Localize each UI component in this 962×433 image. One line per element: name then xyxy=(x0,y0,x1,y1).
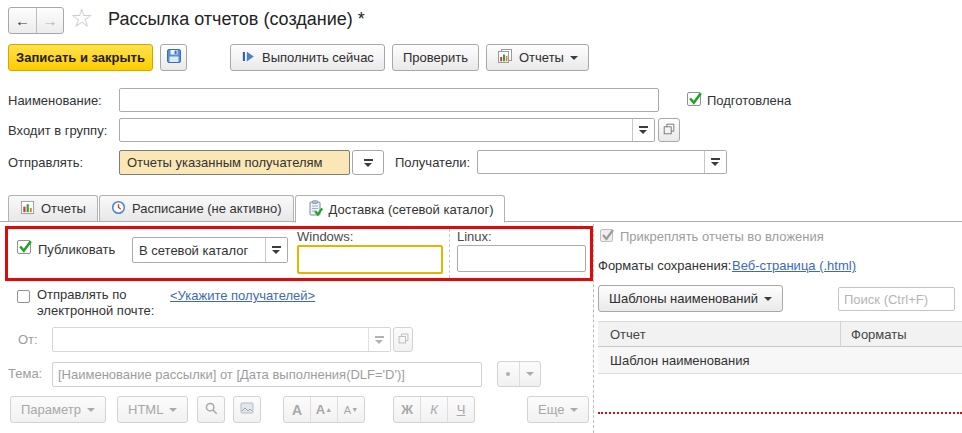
save-formats-link[interactable]: Веб-страница (.html) xyxy=(732,258,856,273)
page-title: Рассылка отчетов (создание) * xyxy=(108,9,365,30)
dropdown-arrow-icon xyxy=(639,126,648,134)
send-label: Отправлять: xyxy=(8,155,83,170)
check-icon xyxy=(600,227,616,243)
red-dotted-annotation xyxy=(598,412,962,414)
execute-icon xyxy=(241,49,256,67)
windows-path-label: Windows: xyxy=(297,229,353,244)
attach-reports-label: Прикреплять отчеты во вложения xyxy=(620,229,824,244)
favorite-star-icon[interactable]: ☆ xyxy=(70,3,93,34)
subject-input xyxy=(52,362,482,387)
tab-schedule[interactable]: Расписание (не активно) xyxy=(99,195,294,221)
subject-parameter-split-button xyxy=(497,361,541,387)
clock-icon xyxy=(111,200,126,218)
execute-now-button[interactable]: Выполнить сейчас xyxy=(230,44,385,71)
template-row-label: Шаблон наименования xyxy=(598,353,840,368)
group-label: Входит в группу: xyxy=(8,123,107,138)
history-nav-group: ← → xyxy=(8,7,64,34)
html-mode-button: HTML xyxy=(117,396,188,423)
tab-reports[interactable]: Отчеты xyxy=(8,195,98,221)
font-button: А xyxy=(284,397,310,422)
send-mode-dropdown-button[interactable] xyxy=(352,150,384,175)
preview-button xyxy=(197,396,225,423)
forward-arrow-icon: → xyxy=(43,12,58,29)
from-combo xyxy=(52,327,391,352)
attach-reports-checkbox xyxy=(600,229,613,242)
send-by-email-label: Отправлять по электронной почте: xyxy=(37,287,167,319)
linux-path-label: Linux: xyxy=(457,229,492,244)
font-size-group: А А▲ А▼ xyxy=(283,396,365,423)
save-formats-label: Форматы сохранения: xyxy=(598,258,731,273)
group-open-button[interactable] xyxy=(658,118,680,142)
publish-mode-combo[interactable]: В сетевой каталог xyxy=(132,237,288,263)
clipboard-check-icon xyxy=(307,200,323,219)
dropdown-arrow-icon xyxy=(375,336,384,344)
report-distribution-window: ← → ☆ Рассылка отчетов (создание) * Запи… xyxy=(0,0,962,433)
subject-label: Тема: xyxy=(8,366,42,381)
dropdown-arrow-icon xyxy=(272,246,281,254)
group-dropdown-button[interactable] xyxy=(632,119,654,141)
italic-button: К xyxy=(420,397,447,422)
from-dropdown-button xyxy=(368,328,390,351)
chevron-down-icon xyxy=(764,297,772,301)
column-header-report[interactable]: Отчет xyxy=(598,327,840,342)
publish-label: Публиковать xyxy=(38,242,115,257)
column-header-formats[interactable]: Форматы xyxy=(840,322,962,346)
chevron-down-icon xyxy=(570,56,578,60)
send-mode-combo[interactable]: Отчеты указанным получателям xyxy=(119,150,350,175)
table-row[interactable]: Шаблон наименования xyxy=(598,347,962,374)
check-icon xyxy=(17,238,34,255)
chevron-down-icon xyxy=(87,408,95,412)
save-button[interactable] xyxy=(160,44,187,71)
name-templates-button[interactable]: Шаблоны наименований xyxy=(598,285,783,312)
send-by-email-checkbox[interactable] xyxy=(17,290,30,303)
check-button[interactable]: Проверить xyxy=(392,44,479,71)
dot-icon xyxy=(498,362,519,386)
back-arrow-icon: ← xyxy=(15,12,30,29)
chevron-down-icon xyxy=(570,408,578,412)
text-style-group: Ж К Ч xyxy=(393,396,475,423)
publish-checkbox[interactable] xyxy=(17,240,31,254)
check-icon xyxy=(687,90,704,107)
insert-image-button xyxy=(233,396,261,423)
forward-button[interactable]: → xyxy=(37,8,63,33)
specify-recipients-link[interactable]: <Укажите получателей> xyxy=(170,288,315,303)
save-icon xyxy=(166,48,182,67)
dropdown-arrow-icon xyxy=(364,159,373,167)
parameter-button: Параметр xyxy=(10,396,106,423)
dropdown-arrow-icon xyxy=(711,158,720,166)
bar-chart-icon xyxy=(20,200,35,218)
publish-mode-dropdown-button[interactable] xyxy=(265,238,287,262)
delivery-section-divider xyxy=(449,229,450,278)
from-open-button xyxy=(393,327,413,352)
reports-menu-button[interactable]: Отчеты xyxy=(486,44,589,71)
linux-path-input[interactable] xyxy=(457,245,586,272)
back-button[interactable]: ← xyxy=(9,8,37,33)
recipients-combo[interactable] xyxy=(477,150,727,174)
panel-splitter[interactable] xyxy=(593,224,594,433)
windows-path-input[interactable] xyxy=(297,245,443,274)
search-input[interactable] xyxy=(838,287,955,311)
prepared-label: Подготовлена xyxy=(707,93,791,108)
chevron-down-icon xyxy=(169,408,177,412)
name-label: Наименование: xyxy=(8,93,102,108)
table-header: Отчет Форматы xyxy=(598,321,962,347)
tab-delivery[interactable]: Доставка (сетевой каталог) xyxy=(295,195,506,223)
prepared-checkbox[interactable] xyxy=(687,92,701,106)
save-and-close-button[interactable]: Записать и закрыть xyxy=(8,44,153,71)
magnifier-icon xyxy=(204,401,219,419)
open-list-icon xyxy=(397,332,410,348)
reports-icon xyxy=(497,48,513,67)
underline-button: Ч xyxy=(447,397,474,422)
tabstrip: Отчеты Расписание (не активно) Доставка … xyxy=(8,195,506,223)
recipients-label: Получатели: xyxy=(395,155,470,170)
font-decrease-button: А▼ xyxy=(337,397,364,422)
font-increase-button: А▲ xyxy=(310,397,337,422)
from-label: От: xyxy=(18,332,38,347)
more-button: Еще xyxy=(527,396,589,423)
bold-button: Ж xyxy=(394,397,420,422)
recipients-dropdown-button[interactable] xyxy=(704,151,726,173)
name-input[interactable] xyxy=(119,88,659,112)
chevron-down-icon xyxy=(519,362,541,386)
group-combo[interactable] xyxy=(119,118,655,142)
open-list-icon xyxy=(662,122,676,139)
